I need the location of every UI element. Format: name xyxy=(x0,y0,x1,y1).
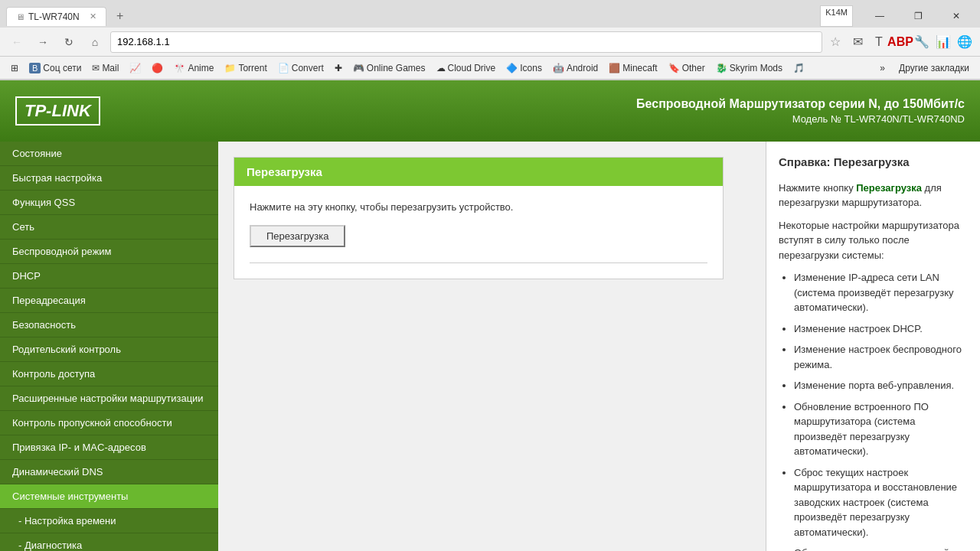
b3-icon: 📈 xyxy=(129,63,141,73)
nav-bar: ← → ↻ ⌂ ☆ ✉ T ABP 🔧 📊 🌐 xyxy=(0,28,980,57)
icons-icon: 🔷 xyxy=(506,63,518,73)
other-icon: 🔖 xyxy=(668,63,680,73)
bookmark-b6[interactable]: 🎵 xyxy=(789,61,809,75)
reboot-button-wrapper: Перезагрузка xyxy=(250,225,707,247)
bookmark-mail-label: Mail xyxy=(102,63,119,73)
bookmark-minecraft[interactable]: 🟫 Minecaft xyxy=(604,61,662,75)
android-icon: 🤖 xyxy=(553,63,564,73)
tab-favicon: 🖥 xyxy=(16,12,24,21)
other-bookmarks-label: Другие закладки xyxy=(899,63,969,73)
bookmark-star-icon[interactable]: ☆ xyxy=(830,34,841,49)
help-intro: Нажмите кнопку Перезагрузка для перезагр… xyxy=(779,181,968,210)
tp-model-info: Беспроводной Маршрутизатор серии N, до 1… xyxy=(636,97,965,125)
sidebar-item-access[interactable]: Контроль доступа xyxy=(0,362,218,386)
sidebar-item-wireless[interactable]: Беспроводной режим xyxy=(0,240,218,264)
reboot-panel: Перезагрузка Нажмите на эту кнопку, чтоб… xyxy=(234,157,724,279)
bookmark-mail[interactable]: ✉ Mail xyxy=(87,61,123,75)
sidebar-item-system[interactable]: Системные инструменты xyxy=(0,484,218,509)
help-reboot-link[interactable]: Перезагрузка xyxy=(856,182,922,194)
browser-chrome: 🖥 TL-WR740N ✕ + K14M — ❐ ✕ ← → ↻ ⌂ ☆ ✉ T… xyxy=(0,0,980,80)
bookmark-torrent-label: Torrent xyxy=(238,63,266,73)
anime-icon: 🎌 xyxy=(174,63,185,73)
back-button[interactable]: ← xyxy=(6,31,28,53)
bookmark-torrent[interactable]: 📁 Torrent xyxy=(220,61,271,75)
bookmark-vk[interactable]: В Соц сети xyxy=(24,61,86,75)
bookmark-android-label: Android xyxy=(567,63,598,73)
minimize-button[interactable]: — xyxy=(862,5,897,27)
sidebar-item-ip-mac[interactable]: Привязка IP- и MAC-адресов xyxy=(0,435,218,460)
tab-close-button[interactable]: ✕ xyxy=(90,11,96,21)
other-bookmarks-folder[interactable]: Другие закладки xyxy=(894,61,974,75)
minecraft-icon: 🟫 xyxy=(609,63,620,73)
bookmark-convert[interactable]: 📄 Convert xyxy=(273,61,328,75)
sidebar-item-security[interactable]: Безопасность xyxy=(0,313,218,337)
sidebar-item-diag[interactable]: - Диагностика xyxy=(0,533,218,551)
sidebar-item-parental[interactable]: Родительский контроль xyxy=(0,337,218,362)
mail-icon: ✉ xyxy=(92,63,100,73)
more-bookmarks-button[interactable]: » xyxy=(875,61,890,75)
translate-icon[interactable]: T xyxy=(870,33,888,51)
home-button[interactable]: ⌂ xyxy=(84,31,106,53)
refresh-button[interactable]: ↻ xyxy=(58,31,80,53)
b5-icon: ✚ xyxy=(335,63,342,73)
bookmark-minecraft-label: Minecaft xyxy=(622,63,657,73)
games-icon: 🎮 xyxy=(353,63,364,73)
sidebar-item-routing[interactable]: Расширенные настройки маршрутизации xyxy=(0,386,218,411)
adblock-icon[interactable]: ABP xyxy=(891,33,910,51)
extension3-icon[interactable]: 🌐 xyxy=(956,33,974,51)
skyrim-icon: 🐉 xyxy=(716,63,727,73)
restore-button[interactable]: ❐ xyxy=(900,5,936,27)
bookmark-games-label: Online Games xyxy=(367,63,426,73)
active-tab[interactable]: 🖥 TL-WR740N ✕ xyxy=(6,7,106,26)
bookmark-vk-label: Соц сети xyxy=(43,63,81,73)
address-bar[interactable] xyxy=(110,31,822,53)
convert-icon: 📄 xyxy=(278,63,289,73)
sidebar-item-status[interactable]: Состояние xyxy=(0,142,218,166)
cloud-icon: ☁ xyxy=(436,63,446,73)
bookmark-icons[interactable]: 🔷 Icons xyxy=(501,61,547,75)
reboot-divider xyxy=(250,262,707,263)
bookmark-apps[interactable]: ⊞ xyxy=(6,61,23,75)
b6-icon: 🎵 xyxy=(793,63,805,73)
vk-icon: В xyxy=(29,63,41,73)
sidebar-item-time[interactable]: - Настройка времени xyxy=(0,509,218,533)
email-icon[interactable]: ✉ xyxy=(848,33,867,51)
sidebar-item-bandwidth[interactable]: Контроль пропускной способности xyxy=(0,411,218,435)
help-item-5: Обновление встроенного ПО маршрутизатора… xyxy=(794,399,968,459)
tp-model-subtitle: Беспроводной Маршрутизатор серии N, до 1… xyxy=(636,97,965,111)
bookmark-b3[interactable]: 📈 xyxy=(125,61,145,75)
sidebar: Состояние Быстрая настройка Функция QSS … xyxy=(0,142,218,551)
bookmark-b4[interactable]: 🔴 xyxy=(147,61,168,75)
forward-button[interactable]: → xyxy=(32,31,54,53)
tab-bar: 🖥 TL-WR740N ✕ + K14M — ❐ ✕ xyxy=(0,0,980,28)
sidebar-item-quick[interactable]: Быстрая настройка xyxy=(0,166,218,191)
bookmark-games[interactable]: 🎮 Online Games xyxy=(348,61,430,75)
page-content: TP-LINK Беспроводной Маршрутизатор серии… xyxy=(0,80,980,551)
new-tab-button[interactable]: + xyxy=(109,5,131,27)
sidebar-item-forwarding[interactable]: Переадресация xyxy=(0,289,218,313)
content-area: Перезагрузка Нажмите на эту кнопку, чтоб… xyxy=(218,142,766,551)
main-layout: Состояние Быстрая настройка Функция QSS … xyxy=(0,142,980,551)
help-item-6: Сброс текущих настроек маршрутизатора и … xyxy=(794,465,968,540)
close-button[interactable]: ✕ xyxy=(939,5,974,27)
sidebar-item-ddns[interactable]: Динамический DNS xyxy=(0,460,218,484)
help-note: Некоторые настройки маршрутизатора вступ… xyxy=(779,218,968,263)
bookmark-icons-label: Icons xyxy=(520,63,542,73)
sidebar-item-dhcp[interactable]: DHCP xyxy=(0,264,218,289)
sidebar-item-network[interactable]: Сеть xyxy=(0,215,218,240)
bookmark-anime[interactable]: 🎌 Anime xyxy=(169,61,218,75)
bookmark-android[interactable]: 🤖 Android xyxy=(548,61,603,75)
bookmark-skyrim[interactable]: 🐉 Skyrim Mods xyxy=(711,61,787,75)
extension1-icon[interactable]: 🔧 xyxy=(913,33,931,51)
help-panel: Справка: Перезагрузка Нажмите кнопку Пер… xyxy=(766,142,980,551)
window-controls: K14M — ❐ ✕ xyxy=(820,5,974,27)
bookmarks-bar: ⊞ В Соц сети ✉ Mail 📈 🔴 🎌 Anime 📁 Torren… xyxy=(0,57,980,80)
help-item-4: Изменение порта веб-управления. xyxy=(794,378,968,393)
bookmark-b5[interactable]: ✚ xyxy=(330,61,347,75)
sidebar-item-qss[interactable]: Функция QSS xyxy=(0,191,218,215)
help-item-7: Обновление параметров настройки из файла… xyxy=(794,546,968,551)
reboot-submit-button[interactable]: Перезагрузка xyxy=(250,225,345,247)
bookmark-cloud[interactable]: ☁ Cloud Drive xyxy=(432,61,501,75)
extension2-icon[interactable]: 📊 xyxy=(934,33,952,51)
bookmark-other[interactable]: 🔖 Other xyxy=(664,61,710,75)
